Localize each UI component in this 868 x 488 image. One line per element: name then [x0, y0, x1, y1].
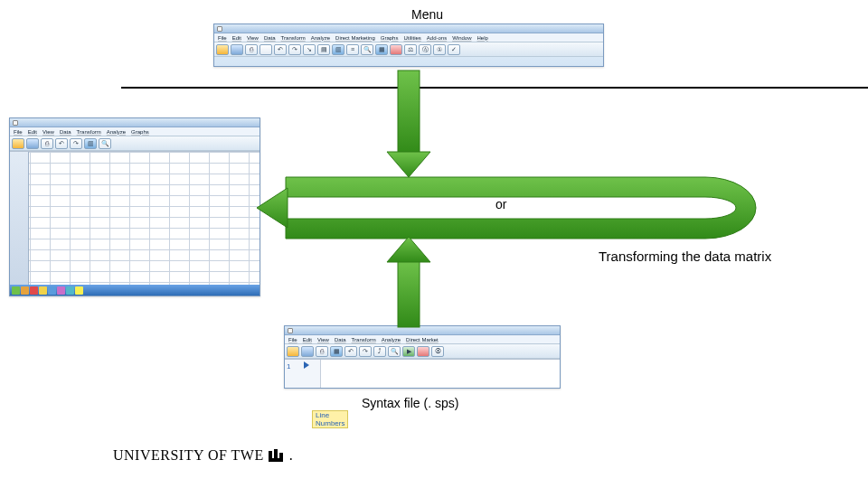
- chart-icon: ▥: [84, 138, 97, 149]
- menu-item: Data: [264, 35, 276, 41]
- spell-icon: ✓: [448, 44, 460, 55]
- window-control: [288, 328, 293, 333]
- spss-menu-window: File Edit View Data Transform Analyze Di…: [213, 23, 604, 67]
- task-icon: [48, 286, 56, 295]
- logo-text-main: UNIVERSITY OF TWE: [113, 447, 264, 464]
- menu-item: Edit: [232, 35, 241, 41]
- menubar: File Edit View Data Transform Analyze Di…: [285, 335, 560, 344]
- vars-icon: ▤: [317, 44, 330, 55]
- redo-icon: ↷: [359, 346, 372, 357]
- toolbar: ⎙ ↶ ↷ ▥ 🔍: [10, 136, 259, 151]
- menu-item: View: [42, 129, 54, 135]
- line-number: 1: [287, 362, 290, 371]
- record-icon: [390, 44, 402, 55]
- logo-text-end: .: [289, 447, 294, 464]
- task-icon: [21, 286, 29, 295]
- open-icon: [12, 138, 24, 149]
- dialog-icon: ▦: [375, 44, 388, 55]
- weight-icon: ⚖: [404, 44, 417, 55]
- label-icon: Ⓐ: [419, 44, 431, 55]
- menu-item: Graphs: [381, 35, 399, 41]
- save-icon: [301, 346, 314, 357]
- menu-item: Edit: [303, 337, 312, 343]
- redo-icon: ↷: [70, 138, 82, 149]
- syntax-body: 1 Line Numbers: [285, 359, 560, 388]
- menu-item: Add-ons: [427, 35, 447, 41]
- goto-icon: ↘: [303, 44, 316, 55]
- value-icon: ①: [433, 44, 446, 55]
- undo-icon: ↶: [55, 138, 68, 149]
- break-icon: ⦿: [431, 346, 444, 357]
- menubar: File Edit View Data Transform Analyze Gr…: [10, 127, 259, 136]
- svg-marker-2: [257, 188, 288, 228]
- university-logo: UNIVERSITY OF TWE.: [113, 447, 293, 464]
- menu-item: Direct Market: [406, 337, 439, 343]
- label-menu: Menu: [411, 7, 443, 22]
- insert-icon: ≡: [346, 44, 359, 55]
- menu-item: Utilities: [403, 35, 420, 41]
- print-icon: ⎙: [245, 44, 258, 55]
- menu-item: Transform: [352, 337, 376, 343]
- window-control: [217, 26, 222, 32]
- titlebar: [214, 24, 603, 33]
- stop-icon: [417, 346, 429, 357]
- window-control: [13, 120, 18, 126]
- dialog-icon: ▦: [330, 346, 343, 357]
- menu-item: Edit: [28, 129, 37, 135]
- menu-item: File: [14, 129, 23, 135]
- menubar: File Edit View Data Transform Analyze Di…: [214, 33, 603, 42]
- task-icon: [66, 286, 74, 295]
- menu-item: Transform: [281, 35, 306, 41]
- svg-marker-1: [387, 152, 430, 177]
- menu-item: Transform: [77, 129, 101, 135]
- goto-icon: ⤴: [373, 346, 386, 357]
- run-icon: ▶: [402, 346, 415, 357]
- menu-item: Graphs: [131, 129, 149, 135]
- save-icon: [231, 44, 243, 55]
- label-or: or: [495, 197, 506, 211]
- find-icon: [259, 44, 272, 55]
- chart-icon: ▥: [332, 44, 344, 55]
- task-icon: [75, 286, 83, 295]
- data-grid: [10, 151, 259, 285]
- task-icon: [30, 286, 38, 295]
- menu-item: Help: [477, 35, 488, 41]
- logo-mark-icon: [268, 448, 286, 463]
- toolbar: ⎙ ↶ ↷ ↘ ▤ ▥ ≡ 🔍 ▦ ⚖ Ⓐ ① ✓: [214, 42, 603, 57]
- svg-rect-0: [398, 70, 420, 154]
- menu-item: Data: [60, 129, 71, 135]
- redo-icon: ↷: [288, 44, 301, 55]
- menu-item: View: [247, 35, 259, 41]
- menu-item: View: [317, 337, 329, 343]
- line-gutter: 1 Line Numbers: [285, 360, 321, 388]
- menu-item: File: [218, 35, 227, 41]
- spss-data-window: File Edit View Data Transform Analyze Gr…: [9, 117, 260, 296]
- line-numbers-tooltip: Line Numbers: [312, 410, 348, 428]
- undo-icon: ↶: [344, 346, 357, 357]
- menu-item: Analyze: [382, 337, 401, 343]
- taskbar: [10, 285, 259, 296]
- menu-item: Window: [452, 35, 471, 41]
- titlebar: [10, 118, 259, 127]
- task-icon: [57, 286, 65, 295]
- label-transform: Transforming the data matrix: [599, 249, 771, 264]
- open-icon: [287, 346, 299, 357]
- svg-rect-3: [398, 260, 420, 327]
- toolbar: ⎙ ▦ ↶ ↷ ⤴ 🔍 ▶ ⦿: [285, 344, 560, 359]
- divider: [121, 87, 868, 89]
- titlebar: [285, 326, 560, 335]
- arrow-up-from-syntax: [387, 237, 430, 327]
- spss-syntax-window: File Edit View Data Transform Analyze Di…: [284, 325, 561, 389]
- undo-icon: ↶: [274, 44, 287, 55]
- search-icon: 🔍: [388, 346, 401, 357]
- menu-item: Data: [335, 337, 346, 343]
- menu-item: Analyze: [311, 35, 330, 41]
- print-icon: ⎙: [316, 346, 328, 357]
- task-icon: [39, 286, 47, 295]
- find-icon: 🔍: [99, 138, 111, 149]
- svg-marker-4: [387, 237, 430, 262]
- menu-item: Analyze: [107, 129, 126, 135]
- menu-item: File: [288, 337, 297, 343]
- task-icon: [12, 286, 20, 295]
- label-syntax: Syntax file (. sps): [362, 396, 458, 410]
